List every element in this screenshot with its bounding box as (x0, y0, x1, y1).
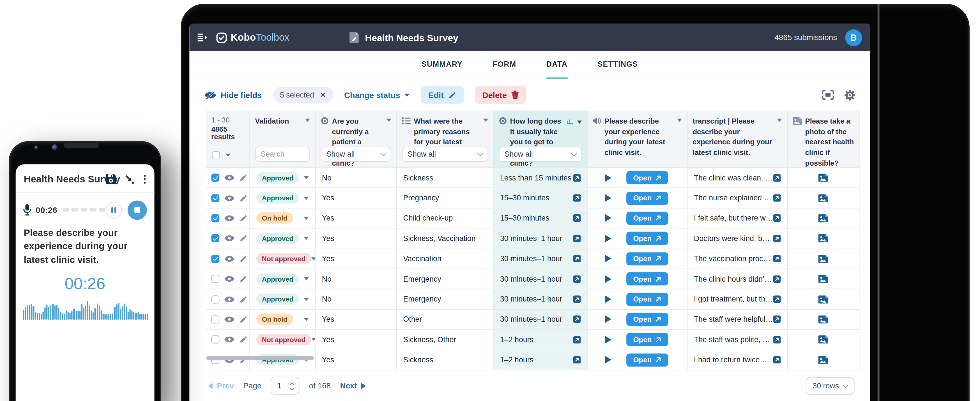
sidebar-toggle-icon[interactable] (197, 33, 208, 42)
open-record-icon[interactable] (573, 315, 581, 323)
open-audio-button[interactable]: Open (626, 212, 668, 225)
validation-status-badge[interactable]: Not approved (256, 334, 311, 345)
header-validation[interactable]: Validation (250, 110, 315, 167)
photo-attachment-icon[interactable] (818, 214, 828, 222)
edit-button[interactable]: Edit (421, 86, 464, 104)
clear-selection-icon[interactable]: ✕ (320, 90, 326, 99)
open-record-icon[interactable] (773, 194, 781, 202)
pause-recording-button[interactable] (105, 201, 122, 218)
open-audio-button[interactable]: Open (626, 252, 668, 265)
row-checkbox[interactable] (211, 315, 220, 323)
photo-attachment-icon[interactable] (818, 235, 828, 243)
validation-status-badge[interactable]: On hold (256, 314, 293, 325)
header-reasons[interactable]: What were the primary reasons for your l… (397, 110, 494, 167)
validation-caret-icon[interactable] (304, 298, 309, 301)
open-record-icon[interactable] (573, 174, 581, 182)
edit-record-icon[interactable] (240, 235, 248, 243)
open-record-icon[interactable] (573, 336, 581, 344)
gear-icon[interactable] (845, 90, 855, 100)
view-record-icon[interactable] (224, 296, 234, 303)
view-record-icon[interactable] (224, 195, 234, 201)
open-record-icon[interactable] (573, 295, 581, 303)
open-audio-button[interactable]: Open (626, 192, 668, 204)
validation-caret-icon[interactable] (304, 277, 309, 281)
edit-record-icon[interactable] (240, 275, 248, 283)
edit-record-icon[interactable] (240, 194, 248, 202)
selected-count-pill[interactable]: 5 selected ✕ (273, 87, 332, 103)
validation-caret-icon[interactable] (304, 237, 309, 240)
sort-ascending-icon[interactable] (567, 117, 574, 125)
column-menu-caret-icon[interactable] (577, 120, 582, 123)
open-audio-button[interactable]: Open (626, 171, 668, 184)
kobotoolbox-logo[interactable]: KoboToolbox (216, 32, 289, 43)
open-record-icon[interactable] (773, 356, 781, 364)
view-record-icon[interactable] (224, 235, 234, 242)
row-checkbox[interactable] (211, 275, 220, 283)
validation-status-badge[interactable]: Approved (256, 233, 299, 244)
select-all-checkbox[interactable] (212, 151, 220, 159)
open-audio-button[interactable]: Open (626, 293, 668, 306)
header-duration[interactable]: How long does it usually take you to get… (494, 110, 588, 167)
hide-fields-button[interactable]: Hide fields (204, 90, 262, 100)
view-record-icon[interactable] (224, 174, 234, 181)
page-number-input[interactable] (274, 381, 285, 391)
stop-recording-button[interactable] (127, 200, 147, 219)
open-record-icon[interactable] (573, 214, 581, 222)
header-transcript[interactable]: transcript | Please describe your experi… (688, 110, 788, 167)
play-audio-button[interactable] (605, 235, 611, 243)
header-audio[interactable]: Please describe your experience during y… (588, 110, 688, 167)
play-audio-button[interactable] (605, 174, 611, 182)
open-record-icon[interactable] (773, 255, 781, 263)
open-audio-button[interactable]: Open (626, 333, 668, 346)
patient-filter-select[interactable]: Show all (321, 147, 391, 162)
view-record-icon[interactable] (224, 336, 234, 343)
open-audio-button[interactable]: Open (626, 273, 668, 285)
open-record-icon[interactable] (573, 356, 581, 364)
edit-record-icon[interactable] (240, 315, 248, 323)
validation-caret-icon[interactable] (311, 338, 316, 341)
prev-page-button[interactable]: Prev (208, 382, 234, 390)
tab-settings[interactable]: SETTINGS (597, 51, 638, 79)
open-record-icon[interactable] (773, 315, 781, 323)
open-record-icon[interactable] (773, 275, 781, 283)
validation-status-badge[interactable]: Approved (256, 192, 299, 204)
play-audio-button[interactable] (605, 356, 611, 364)
validation-caret-icon[interactable] (304, 176, 309, 179)
open-audio-button[interactable]: Open (626, 313, 668, 326)
validation-status-badge[interactable]: Approved (256, 172, 299, 183)
column-menu-caret-icon[interactable] (677, 119, 682, 122)
kebab-menu-icon[interactable] (143, 174, 147, 183)
header-patient[interactable]: Are you currently a patient a hospital o… (315, 110, 397, 167)
play-audio-button[interactable] (605, 336, 611, 344)
column-menu-caret-icon[interactable] (305, 119, 310, 122)
edit-record-icon[interactable] (240, 174, 248, 182)
row-checkbox[interactable] (211, 255, 220, 263)
edit-record-icon[interactable] (240, 295, 248, 303)
edit-record-icon[interactable] (240, 336, 248, 344)
photo-attachment-icon[interactable] (818, 174, 828, 182)
photo-attachment-icon[interactable] (818, 275, 828, 283)
header-photo[interactable]: Please take a photo of the nearest healt… (788, 110, 859, 167)
next-page-button[interactable]: Next (340, 382, 366, 390)
photo-attachment-icon[interactable] (818, 315, 828, 323)
page-stepper[interactable] (288, 382, 296, 390)
row-checkbox[interactable] (211, 336, 220, 344)
row-checkbox[interactable] (211, 194, 220, 202)
row-checkbox[interactable] (211, 214, 220, 222)
select-menu-caret-icon[interactable] (226, 154, 231, 157)
validation-caret-icon[interactable] (304, 217, 309, 220)
open-record-icon[interactable] (573, 255, 581, 263)
rows-per-page-select[interactable]: 30 rows (806, 377, 854, 395)
horizontal-scrollbar[interactable] (206, 356, 313, 360)
column-menu-caret-icon[interactable] (386, 119, 391, 122)
edit-record-icon[interactable] (240, 214, 248, 222)
tab-form[interactable]: FORM (493, 51, 516, 79)
play-audio-button[interactable] (605, 194, 611, 202)
validation-status-badge[interactable]: Not approved (256, 253, 311, 264)
play-audio-button[interactable] (605, 275, 611, 283)
open-record-icon[interactable] (573, 235, 581, 243)
fullscreen-icon[interactable] (822, 90, 834, 100)
reasons-filter-select[interactable]: Show all (402, 147, 488, 162)
open-record-icon[interactable] (773, 235, 781, 243)
photo-attachment-icon[interactable] (818, 194, 828, 202)
